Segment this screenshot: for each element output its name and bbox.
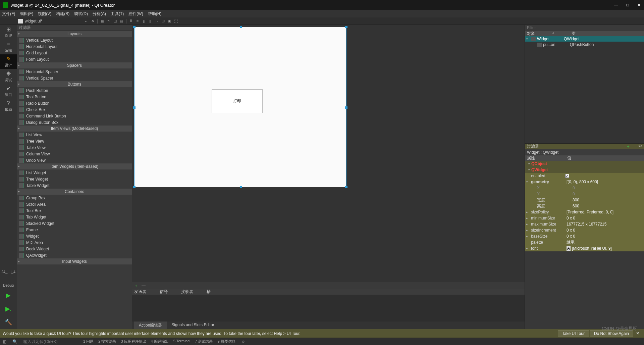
- object-row[interactable]: ▾WidgetQWidget: [525, 36, 644, 42]
- widget-item[interactable]: Radio Button: [17, 100, 132, 106]
- widget-item[interactable]: Tool Button: [17, 94, 132, 100]
- widget-item[interactable]: Horizontal Layout: [17, 43, 132, 50]
- form-canvas-area[interactable]: 打印: [132, 25, 525, 282]
- widget-category[interactable]: Containers: [17, 189, 132, 195]
- maximize-button[interactable]: □: [625, 3, 630, 7]
- rail-bottom-item[interactable]: Debug: [0, 275, 17, 289]
- widget-item[interactable]: Dialog Button Box: [17, 119, 132, 126]
- widget-item[interactable]: Tree Widget: [17, 176, 132, 182]
- widget-category[interactable]: Item Views (Model-Based): [17, 126, 132, 132]
- edit-signals-icon[interactable]: ⤳: [106, 18, 111, 24]
- mode-欢迎[interactable]: ⊞欢迎: [0, 25, 17, 40]
- widget-item[interactable]: Tree View: [17, 138, 132, 144]
- edit-buddies-icon[interactable]: ◫: [112, 18, 118, 24]
- signals-table-body[interactable]: [132, 295, 525, 322]
- mode-项目[interactable]: ✔项目: [0, 84, 17, 99]
- bottom-tab[interactable]: Signals and Slots Editor: [167, 322, 219, 329]
- property-row[interactable]: maximumSize16777215 x 16777215: [525, 221, 644, 227]
- widget-item[interactable]: Group Box: [17, 195, 132, 201]
- rail-bottom-item[interactable]: ▶.: [0, 302, 17, 315]
- property-row[interactable]: Y0: [525, 191, 644, 197]
- layout-vsplit-icon[interactable]: ⫿: [148, 18, 153, 24]
- break-layout-icon[interactable]: ▣: [167, 18, 172, 24]
- tour-close-button[interactable]: ✕: [634, 330, 641, 337]
- property-row[interactable]: baseSize0 x 0: [525, 233, 644, 239]
- widget-item[interactable]: MDI Area: [17, 239, 132, 246]
- menu-item[interactable]: 工具(T): [111, 11, 124, 17]
- property-row[interactable]: enabled✓: [525, 173, 644, 179]
- object-inspector[interactable]: ▾WidgetQWidgetpu...onQPushButton: [525, 36, 644, 143]
- property-row[interactable]: 高度600: [525, 203, 644, 209]
- layout-hsplit-icon[interactable]: ⫼: [141, 18, 147, 24]
- layout-v-icon[interactable]: ≡: [135, 18, 140, 24]
- property-row[interactable]: sizeIncrement0 x 0: [525, 227, 644, 233]
- output-pane-tab[interactable]: 1 问题: [83, 339, 94, 344]
- add-prop-icon[interactable]: ＋: [626, 144, 630, 149]
- output-pane-tab[interactable]: 2 搜索结果: [98, 339, 116, 344]
- rail-bottom-item[interactable]: 24_...l_4: [0, 262, 17, 275]
- widget-category[interactable]: Buttons: [17, 81, 132, 87]
- menu-item[interactable]: 帮助(H): [148, 11, 162, 17]
- edit-taborder-icon[interactable]: ▤: [119, 18, 124, 24]
- object-row[interactable]: pu...onQPushButton: [525, 42, 644, 47]
- mode-设计[interactable]: ✎设计: [0, 54, 17, 69]
- output-menu-icon[interactable]: ≎: [241, 339, 245, 344]
- remove-prop-icon[interactable]: —: [632, 144, 636, 149]
- menu-item[interactable]: 文件(F): [2, 11, 15, 17]
- widget-item[interactable]: Widget: [17, 233, 132, 239]
- widget-item[interactable]: Check Box: [17, 106, 132, 113]
- widget-category[interactable]: Item Widgets (Item-Based): [17, 163, 132, 169]
- widget-item[interactable]: Vertical Spacer: [17, 75, 132, 81]
- property-class-header[interactable]: QObject: [525, 161, 644, 167]
- output-pane-tab[interactable]: 4 编译输出: [151, 339, 169, 344]
- menu-item[interactable]: 视图(V): [38, 11, 51, 17]
- edit-widgets-icon[interactable]: ▦: [100, 18, 105, 24]
- checkbox-icon[interactable]: ✓: [565, 174, 569, 178]
- dont-show-button[interactable]: Do Not Show Again: [590, 330, 633, 337]
- property-row[interactable]: geometry[(0, 0), 800 x 600]: [525, 179, 644, 185]
- rail-bottom-item[interactable]: ▶: [0, 289, 17, 302]
- close-button[interactable]: ✕: [637, 3, 641, 7]
- bottom-tab[interactable]: Action编辑器: [134, 322, 167, 329]
- property-row[interactable]: fontA[Microsoft YaHei UI, 9]: [525, 245, 644, 251]
- mode-编辑[interactable]: ≡编辑: [0, 40, 17, 54]
- widget-item[interactable]: Tool Box: [17, 207, 132, 214]
- expand-icon[interactable]: ▾: [526, 37, 530, 41]
- property-row[interactable]: sizePolicy[Preferred, Preferred, 0, 0]: [525, 209, 644, 215]
- menu-item[interactable]: 编辑(E): [20, 11, 33, 17]
- menu-item[interactable]: 分析(A): [93, 11, 106, 17]
- object-filter-input[interactable]: [525, 25, 644, 31]
- layout-h-icon[interactable]: Ⅲ: [128, 18, 134, 24]
- widget-item[interactable]: QAxWidget: [17, 252, 132, 258]
- property-row[interactable]: minimumSize0 x 0: [525, 215, 644, 221]
- widget-item[interactable]: Tab Widget: [17, 214, 132, 220]
- menu-item[interactable]: 构建(B): [56, 11, 69, 17]
- widget-category[interactable]: Input Widgets: [17, 258, 132, 264]
- take-tour-button[interactable]: Take UI Tour: [558, 330, 589, 337]
- widget-item[interactable]: Grid Layout: [17, 50, 132, 56]
- add-icon[interactable]: ＋: [134, 283, 138, 289]
- widget-item[interactable]: Horizontal Spacer: [17, 68, 132, 75]
- form-widget[interactable]: 打印: [134, 27, 346, 187]
- layout-grid-icon[interactable]: ⊞: [160, 18, 166, 24]
- widget-item[interactable]: Undo View: [17, 157, 132, 163]
- widget-item[interactable]: Table Widget: [17, 182, 132, 189]
- widget-category[interactable]: Spacers: [17, 62, 132, 68]
- property-row[interactable]: 宽度800: [525, 197, 644, 203]
- property-row[interactable]: palette继承: [525, 239, 644, 245]
- sidebar-toggle-icon[interactable]: ◧: [3, 339, 6, 344]
- widget-item[interactable]: Vertical Layout: [17, 37, 132, 43]
- remove-icon[interactable]: —: [142, 283, 146, 288]
- widget-filter[interactable]: 过滤器: [17, 25, 132, 31]
- locator-input[interactable]: [23, 339, 77, 344]
- rail-bottom-item[interactable]: 🔨: [0, 315, 17, 329]
- menu-item[interactable]: 控件(W): [128, 11, 143, 17]
- open-file-indicator[interactable]: widget.ui*: [18, 19, 42, 23]
- close-tab-icon[interactable]: ✕: [90, 18, 95, 24]
- minimize-button[interactable]: —: [614, 3, 619, 7]
- widget-item[interactable]: Dock Widget: [17, 246, 132, 252]
- widget-item[interactable]: Frame: [17, 227, 132, 233]
- mode-调试[interactable]: ❉调试: [0, 69, 17, 84]
- back-icon[interactable]: ←: [84, 18, 89, 24]
- layout-form-icon[interactable]: ∷: [154, 18, 159, 24]
